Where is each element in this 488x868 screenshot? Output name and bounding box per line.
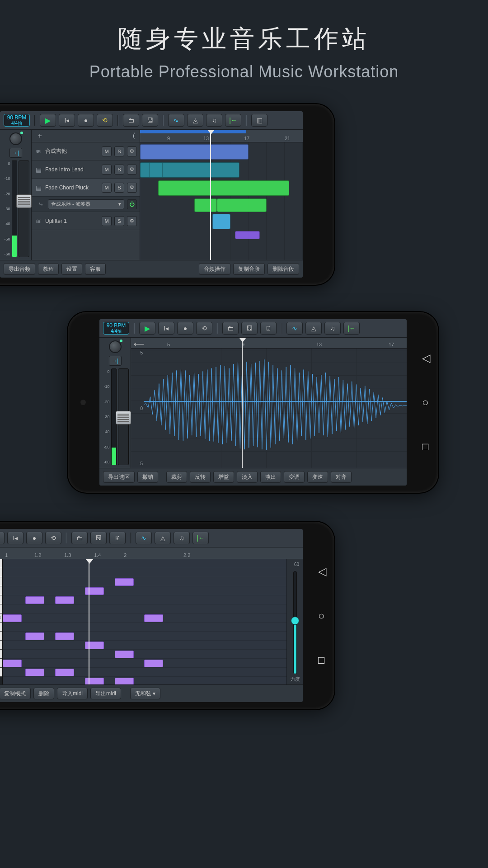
clip[interactable] <box>158 180 289 196</box>
mixer-button[interactable]: ∿ <box>286 322 303 335</box>
clip[interactable] <box>217 198 267 212</box>
power-button[interactable]: ⏻ <box>127 199 137 209</box>
snap-start-button[interactable]: |← <box>343 322 360 335</box>
clip[interactable] <box>149 162 163 178</box>
gain-button[interactable]: 增益 <box>213 471 234 483</box>
midi-note[interactable] <box>115 651 134 658</box>
gear-icon[interactable]: ⚙ <box>127 146 137 156</box>
align-button[interactable]: 对齐 <box>331 471 352 483</box>
metronome-button[interactable]: ◬ <box>305 322 322 335</box>
playhead[interactable] <box>210 130 211 260</box>
midi-note[interactable] <box>55 669 74 676</box>
solo-button[interactable]: S <box>114 183 124 193</box>
master-fader[interactable] <box>19 160 29 257</box>
midi-note[interactable] <box>115 578 134 586</box>
midi-note[interactable] <box>55 632 74 640</box>
save-button[interactable]: 🖫 <box>90 532 107 544</box>
audio-ops-button[interactable]: 音频操作 <box>199 263 230 275</box>
play-button[interactable]: ▶ <box>0 532 5 544</box>
collapse-button[interactable]: →| <box>9 148 22 158</box>
crop-button[interactable]: 裁剪 <box>166 471 187 483</box>
settings-button[interactable]: 设置 <box>61 263 82 275</box>
speed-button[interactable]: 变速 <box>307 471 328 483</box>
folder-button[interactable]: 🗀 <box>123 114 139 127</box>
collapse-tracklist-icon[interactable]: ⟨ <box>132 132 135 140</box>
snap-start-button[interactable]: |← <box>225 114 241 127</box>
mute-button[interactable]: M <box>102 183 112 193</box>
save-button[interactable]: 🖫 <box>142 114 158 127</box>
mute-button[interactable]: M <box>102 165 112 175</box>
midi-note[interactable] <box>3 660 22 667</box>
export-audio-button[interactable]: 导出音频 <box>4 263 35 275</box>
bpm-display[interactable]: 90 BPM 4/4拍 <box>4 114 30 127</box>
reverse-button[interactable]: 反转 <box>190 471 211 483</box>
copy-mode-button[interactable]: 复制模式 <box>0 688 31 699</box>
nav-back-icon[interactable]: ◁ <box>422 352 430 364</box>
tutorial-button[interactable]: 教程 <box>38 263 59 275</box>
rewind-button[interactable]: I◂ <box>7 532 23 544</box>
notes-button[interactable]: ♫ <box>174 532 190 544</box>
metronome-button[interactable]: ◬ <box>155 532 171 544</box>
timeline-panel[interactable]: 9 13 17 21 <box>140 130 303 260</box>
clip[interactable] <box>194 198 217 212</box>
folder-button[interactable]: 🗀 <box>71 532 88 544</box>
midi-note[interactable] <box>85 587 104 595</box>
midi-note[interactable] <box>85 642 104 649</box>
bpm-display[interactable]: 90 BPM4/4拍 <box>103 322 129 335</box>
mixer-button[interactable]: ∿ <box>136 532 152 544</box>
loop-button[interactable]: ⟲ <box>45 532 61 544</box>
rewind-button[interactable]: I◂ <box>158 322 174 335</box>
add-track-icon[interactable]: ＋ <box>36 131 43 141</box>
snap-start-button[interactable]: |← <box>192 532 209 544</box>
instrument-dropdown[interactable]: 合成乐器 - 滤波器▾ <box>48 199 124 209</box>
midi-note[interactable] <box>85 678 104 684</box>
playhead[interactable] <box>89 559 89 684</box>
midi-note[interactable] <box>3 614 22 622</box>
velocity-slider[interactable] <box>293 571 297 674</box>
master-pan-knob[interactable] <box>109 340 122 353</box>
chord-dropdown[interactable]: 无和弦 ▾ <box>130 688 160 699</box>
playhead[interactable] <box>242 338 243 468</box>
timeline-ruler[interactable]: 9 13 17 21 <box>140 130 303 142</box>
nav-home-icon[interactable]: ○ <box>318 609 326 622</box>
notes-button[interactable]: ♫ <box>206 114 222 127</box>
mixer-button[interactable]: ∿ <box>168 114 184 127</box>
master-fader[interactable] <box>118 368 129 465</box>
nav-home-icon[interactable]: ○ <box>422 396 430 409</box>
save-button[interactable]: 🖫 <box>241 322 258 335</box>
clip[interactable] <box>212 214 230 229</box>
gear-icon[interactable]: ⚙ <box>127 165 137 175</box>
pitch-button[interactable]: 变调 <box>284 471 305 483</box>
support-button[interactable]: 客服 <box>85 263 106 275</box>
gear-icon[interactable]: ⚙ <box>127 183 137 193</box>
record-button[interactable]: ● <box>26 532 42 544</box>
delete-clip-button[interactable]: 删除音段 <box>267 263 299 275</box>
nav-recent-icon[interactable]: □ <box>422 440 430 453</box>
solo-button[interactable]: S <box>114 146 124 156</box>
solo-button[interactable]: S <box>114 216 124 226</box>
export-midi-button[interactable]: 导出midi <box>90 688 121 699</box>
gear-icon[interactable]: ⚙ <box>127 216 137 226</box>
clip[interactable] <box>140 144 249 160</box>
copy-clip-button[interactable]: 复制音段 <box>233 263 265 275</box>
piano-grid[interactable] <box>3 559 286 684</box>
midi-note[interactable] <box>25 632 44 640</box>
track-row[interactable]: ▤ Fade Intro Lead M S ⚙ <box>32 160 140 179</box>
nav-back-icon[interactable]: ◁ <box>318 565 326 578</box>
midi-note[interactable] <box>25 669 44 676</box>
piano-button[interactable]: ▥ <box>251 114 267 127</box>
export-selection-button[interactable]: 导出选区 <box>103 471 135 483</box>
folder-button[interactable]: 🗀 <box>222 322 239 335</box>
document-button[interactable]: 🗎 <box>260 322 277 335</box>
solo-button[interactable]: S <box>114 165 124 175</box>
mute-button[interactable]: M <box>102 146 112 156</box>
midi-note[interactable] <box>115 678 134 684</box>
midi-note[interactable] <box>144 660 163 667</box>
back-arrow-icon[interactable]: ⟵ <box>134 340 144 348</box>
record-button[interactable]: ● <box>177 322 193 335</box>
play-button[interactable]: ▶ <box>40 114 56 127</box>
metronome-button[interactable]: ◬ <box>187 114 203 127</box>
track-row-sub[interactable]: ⤷ 合成乐器 - 滤波器▾ ⏻ <box>32 197 140 212</box>
track-row[interactable]: ≋ Uplifter 1 M S ⚙ <box>32 212 140 230</box>
record-button[interactable]: ● <box>78 114 94 127</box>
